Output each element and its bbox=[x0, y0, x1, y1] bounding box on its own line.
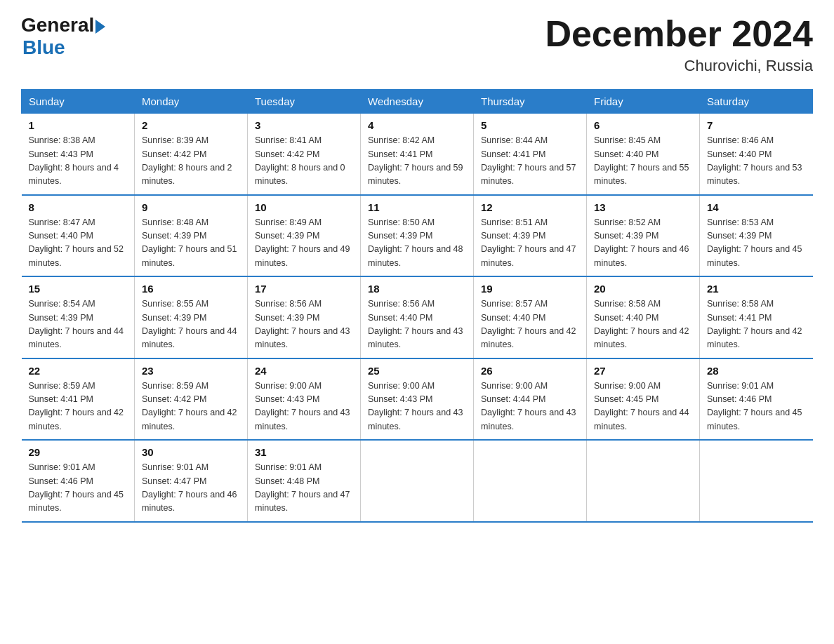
day-info: Sunrise: 8:39 AMSunset: 4:42 PMDaylight:… bbox=[142, 134, 240, 189]
logo-blue: Blue bbox=[22, 36, 105, 59]
logo: General Blue bbox=[21, 14, 105, 59]
day-number: 5 bbox=[481, 119, 579, 131]
day-number: 22 bbox=[29, 365, 128, 377]
calendar-cell: 9Sunrise: 8:48 AMSunset: 4:39 PMDaylight… bbox=[135, 195, 248, 277]
calendar-cell: 4Sunrise: 8:42 AMSunset: 4:41 PMDaylight… bbox=[361, 114, 474, 195]
calendar-cell: 19Sunrise: 8:57 AMSunset: 4:40 PMDayligh… bbox=[474, 276, 587, 358]
day-info: Sunrise: 9:01 AMSunset: 4:46 PMDaylight:… bbox=[29, 461, 128, 516]
day-info: Sunrise: 9:00 AMSunset: 4:43 PMDaylight:… bbox=[368, 380, 466, 434]
day-number: 12 bbox=[481, 201, 579, 213]
logo-general: General bbox=[21, 14, 94, 36]
header: General Blue December 2024 Churovichi, R… bbox=[21, 14, 813, 75]
day-number: 15 bbox=[29, 283, 128, 295]
calendar-cell: 14Sunrise: 8:53 AMSunset: 4:39 PMDayligh… bbox=[700, 195, 813, 277]
calendar-cell bbox=[587, 440, 700, 522]
calendar-cell: 12Sunrise: 8:51 AMSunset: 4:39 PMDayligh… bbox=[474, 195, 587, 277]
day-number: 2 bbox=[142, 119, 240, 131]
day-info: Sunrise: 9:01 AMSunset: 4:46 PMDaylight:… bbox=[707, 380, 806, 434]
day-number: 13 bbox=[594, 201, 692, 213]
header-thursday: Thursday bbox=[474, 90, 587, 114]
week-row-2: 8Sunrise: 8:47 AMSunset: 4:40 PMDaylight… bbox=[22, 195, 813, 277]
day-info: Sunrise: 8:46 AMSunset: 4:40 PMDaylight:… bbox=[707, 134, 806, 189]
day-info: Sunrise: 8:58 AMSunset: 4:40 PMDaylight:… bbox=[594, 297, 692, 352]
day-info: Sunrise: 9:00 AMSunset: 4:45 PMDaylight:… bbox=[594, 380, 692, 434]
calendar-cell: 1Sunrise: 8:38 AMSunset: 4:43 PMDaylight… bbox=[22, 114, 135, 195]
header-sunday: Sunday bbox=[22, 90, 135, 114]
day-number: 26 bbox=[481, 365, 579, 377]
day-number: 20 bbox=[594, 283, 692, 295]
calendar-cell: 22Sunrise: 8:59 AMSunset: 4:41 PMDayligh… bbox=[22, 358, 135, 441]
day-number: 3 bbox=[255, 119, 353, 131]
calendar-cell: 13Sunrise: 8:52 AMSunset: 4:39 PMDayligh… bbox=[587, 195, 700, 277]
calendar-cell: 3Sunrise: 8:41 AMSunset: 4:42 PMDaylight… bbox=[248, 114, 361, 195]
calendar-cell: 23Sunrise: 8:59 AMSunset: 4:42 PMDayligh… bbox=[135, 358, 248, 441]
day-number: 27 bbox=[594, 365, 692, 377]
header-friday: Friday bbox=[587, 90, 700, 114]
calendar-cell: 15Sunrise: 8:54 AMSunset: 4:39 PMDayligh… bbox=[22, 276, 135, 358]
day-info: Sunrise: 8:57 AMSunset: 4:40 PMDaylight:… bbox=[481, 297, 579, 352]
day-info: Sunrise: 8:41 AMSunset: 4:42 PMDaylight:… bbox=[255, 134, 353, 189]
calendar-cell: 26Sunrise: 9:00 AMSunset: 4:44 PMDayligh… bbox=[474, 358, 587, 441]
header-wednesday: Wednesday bbox=[361, 90, 474, 114]
calendar-cell bbox=[474, 440, 587, 522]
calendar-cell: 2Sunrise: 8:39 AMSunset: 4:42 PMDaylight… bbox=[135, 114, 248, 195]
week-row-1: 1Sunrise: 8:38 AMSunset: 4:43 PMDaylight… bbox=[22, 114, 813, 195]
day-info: Sunrise: 8:48 AMSunset: 4:39 PMDaylight:… bbox=[142, 216, 240, 271]
day-number: 25 bbox=[368, 365, 466, 377]
calendar-table: SundayMondayTuesdayWednesdayThursdayFrid… bbox=[21, 89, 813, 523]
header-monday: Monday bbox=[135, 90, 248, 114]
day-number: 11 bbox=[368, 201, 466, 213]
day-info: Sunrise: 8:50 AMSunset: 4:39 PMDaylight:… bbox=[368, 216, 466, 271]
day-info: Sunrise: 8:59 AMSunset: 4:42 PMDaylight:… bbox=[142, 380, 240, 434]
day-info: Sunrise: 8:59 AMSunset: 4:41 PMDaylight:… bbox=[29, 380, 128, 434]
calendar-cell: 11Sunrise: 8:50 AMSunset: 4:39 PMDayligh… bbox=[361, 195, 474, 277]
calendar-cell: 27Sunrise: 9:00 AMSunset: 4:45 PMDayligh… bbox=[587, 358, 700, 441]
header-tuesday: Tuesday bbox=[248, 90, 361, 114]
day-info: Sunrise: 8:49 AMSunset: 4:39 PMDaylight:… bbox=[255, 216, 353, 271]
day-info: Sunrise: 9:01 AMSunset: 4:48 PMDaylight:… bbox=[255, 461, 353, 516]
calendar-cell: 5Sunrise: 8:44 AMSunset: 4:41 PMDaylight… bbox=[474, 114, 587, 195]
day-info: Sunrise: 8:53 AMSunset: 4:39 PMDaylight:… bbox=[707, 216, 806, 271]
calendar-cell: 24Sunrise: 9:00 AMSunset: 4:43 PMDayligh… bbox=[248, 358, 361, 441]
calendar-cell: 10Sunrise: 8:49 AMSunset: 4:39 PMDayligh… bbox=[248, 195, 361, 277]
day-info: Sunrise: 8:51 AMSunset: 4:39 PMDaylight:… bbox=[481, 216, 579, 271]
logo-arrow-icon bbox=[95, 20, 105, 34]
day-info: Sunrise: 8:47 AMSunset: 4:40 PMDaylight:… bbox=[29, 216, 128, 271]
day-number: 14 bbox=[707, 201, 806, 213]
day-number: 30 bbox=[142, 446, 240, 458]
calendar-cell bbox=[700, 440, 813, 522]
day-number: 16 bbox=[142, 283, 240, 295]
day-number: 24 bbox=[255, 365, 353, 377]
day-info: Sunrise: 8:42 AMSunset: 4:41 PMDaylight:… bbox=[368, 134, 466, 189]
week-row-3: 15Sunrise: 8:54 AMSunset: 4:39 PMDayligh… bbox=[22, 276, 813, 358]
calendar-cell: 21Sunrise: 8:58 AMSunset: 4:41 PMDayligh… bbox=[700, 276, 813, 358]
day-info: Sunrise: 8:45 AMSunset: 4:40 PMDaylight:… bbox=[594, 134, 692, 189]
day-info: Sunrise: 8:56 AMSunset: 4:40 PMDaylight:… bbox=[368, 297, 466, 352]
week-row-5: 29Sunrise: 9:01 AMSunset: 4:46 PMDayligh… bbox=[22, 440, 813, 522]
day-info: Sunrise: 8:56 AMSunset: 4:39 PMDaylight:… bbox=[255, 297, 353, 352]
day-number: 19 bbox=[481, 283, 579, 295]
calendar-cell: 30Sunrise: 9:01 AMSunset: 4:47 PMDayligh… bbox=[135, 440, 248, 522]
calendar-cell: 8Sunrise: 8:47 AMSunset: 4:40 PMDaylight… bbox=[22, 195, 135, 277]
calendar-cell: 20Sunrise: 8:58 AMSunset: 4:40 PMDayligh… bbox=[587, 276, 700, 358]
day-number: 17 bbox=[255, 283, 353, 295]
calendar-cell: 25Sunrise: 9:00 AMSunset: 4:43 PMDayligh… bbox=[361, 358, 474, 441]
day-info: Sunrise: 8:38 AMSunset: 4:43 PMDaylight:… bbox=[29, 134, 128, 189]
day-number: 31 bbox=[255, 446, 353, 458]
calendar-cell: 7Sunrise: 8:46 AMSunset: 4:40 PMDaylight… bbox=[700, 114, 813, 195]
day-number: 23 bbox=[142, 365, 240, 377]
day-info: Sunrise: 8:44 AMSunset: 4:41 PMDaylight:… bbox=[481, 134, 579, 189]
calendar-cell: 29Sunrise: 9:01 AMSunset: 4:46 PMDayligh… bbox=[22, 440, 135, 522]
day-info: Sunrise: 9:01 AMSunset: 4:47 PMDaylight:… bbox=[142, 461, 240, 516]
title-area: December 2024 Churovichi, Russia bbox=[545, 14, 813, 75]
month-title: December 2024 bbox=[545, 14, 813, 54]
calendar-cell: 17Sunrise: 8:56 AMSunset: 4:39 PMDayligh… bbox=[248, 276, 361, 358]
day-number: 9 bbox=[142, 201, 240, 213]
calendar-body: 1Sunrise: 8:38 AMSunset: 4:43 PMDaylight… bbox=[22, 114, 813, 522]
day-info: Sunrise: 8:54 AMSunset: 4:39 PMDaylight:… bbox=[29, 297, 128, 352]
day-number: 8 bbox=[29, 201, 128, 213]
calendar-cell: 18Sunrise: 8:56 AMSunset: 4:40 PMDayligh… bbox=[361, 276, 474, 358]
day-info: Sunrise: 9:00 AMSunset: 4:44 PMDaylight:… bbox=[481, 380, 579, 434]
day-number: 10 bbox=[255, 201, 353, 213]
calendar-cell bbox=[361, 440, 474, 522]
